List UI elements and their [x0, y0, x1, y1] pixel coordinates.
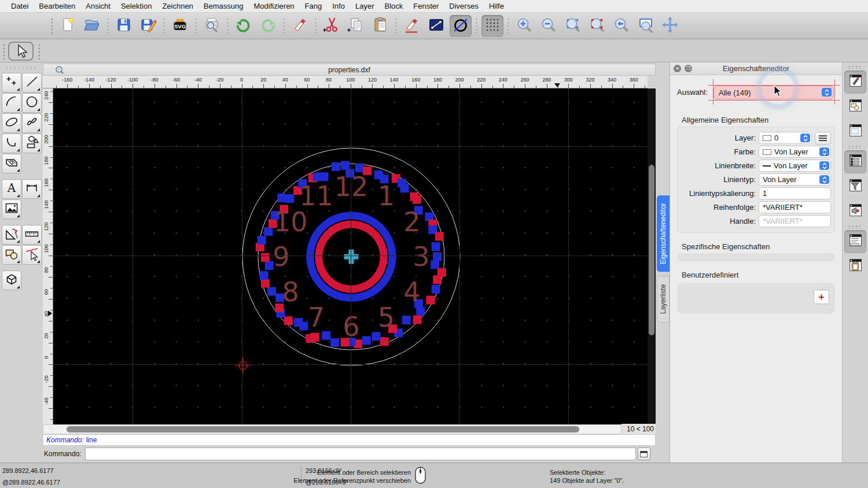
copy-button[interactable]: [345, 15, 367, 37]
menu-bemassung[interactable]: Bemassung: [198, 0, 249, 13]
tool-solid-button[interactable]: [2, 271, 21, 290]
paste-button[interactable]: [369, 15, 391, 37]
tool-shapes-button[interactable]: [22, 134, 42, 153]
grid-toggle-button[interactable]: [481, 15, 503, 37]
tool-block-button[interactable]: [2, 245, 21, 265]
stepper-icon[interactable]: [800, 134, 810, 142]
dock-drag-handle[interactable]: [848, 65, 863, 69]
tool-spline-button[interactable]: [22, 113, 42, 133]
menu-block[interactable]: Block: [379, 0, 408, 13]
new-file-button[interactable]: [57, 15, 79, 37]
tool-polyline-button[interactable]: [2, 134, 21, 153]
property-row: Reihenfolge:*VARIIERT*: [681, 201, 831, 214]
canvas-horizontal-scrollbar[interactable]: [43, 424, 621, 434]
menu-fang[interactable]: Fang: [300, 0, 328, 13]
menu-info[interactable]: Info: [327, 0, 350, 13]
add-property-button[interactable]: +: [814, 290, 829, 304]
command-input[interactable]: [85, 448, 636, 460]
open-file-button[interactable]: [81, 15, 103, 37]
tool-hatch-button[interactable]: [2, 154, 21, 173]
zoom-window-button[interactable]: [635, 15, 657, 37]
tool-line-button[interactable]: [22, 73, 42, 93]
menu-modifizieren[interactable]: Modifizieren: [249, 0, 300, 13]
tool-ellipse-button[interactable]: [2, 113, 21, 133]
ruler-tick: [89, 84, 90, 88]
property-value: 1: [763, 189, 767, 198]
toolbar-drag-handle[interactable]: [3, 43, 5, 60]
menu-layer[interactable]: Layer: [350, 0, 380, 13]
tool-measure-button[interactable]: [22, 225, 42, 245]
circle-line-tool-button[interactable]: [450, 15, 472, 37]
tool-select-line-button[interactable]: [22, 245, 42, 265]
redo-button[interactable]: [257, 15, 279, 37]
line-tool-button[interactable]: [425, 15, 447, 37]
selection-tool-button[interactable]: [8, 42, 34, 61]
stepper-icon[interactable]: [819, 175, 829, 184]
cut-button[interactable]: [321, 15, 343, 37]
save-button[interactable]: [113, 15, 135, 37]
ruler-tick: [209, 86, 209, 88]
dock-property-editor-button[interactable]: [844, 71, 866, 94]
print-preview-button[interactable]: [201, 15, 223, 37]
undo-button[interactable]: [233, 15, 255, 37]
dock-light-button[interactable]: [844, 200, 866, 223]
tab-layerliste[interactable]: Layerliste: [657, 276, 670, 323]
stepper-icon[interactable]: [819, 161, 829, 170]
canvas-vertical-scrollbar[interactable]: [648, 88, 656, 424]
toolbar-drag-handle[interactable]: [38, 43, 41, 60]
panel-header: ✕ ❐ Eigenschafteneditor: [670, 62, 842, 75]
tool-circle-button[interactable]: [22, 93, 42, 113]
dock-layer-list-button[interactable]: [844, 150, 866, 173]
zoom-previous-button[interactable]: [610, 15, 632, 37]
menu-selektion[interactable]: Selektion: [116, 0, 157, 13]
layer-menu-button[interactable]: [815, 132, 831, 145]
dock-selection-filter-button[interactable]: [844, 175, 866, 198]
menu-hilfe[interactable]: Hilfe: [484, 0, 509, 13]
tool-arc-button[interactable]: [2, 93, 21, 113]
zoom-in-button[interactable]: [513, 15, 535, 37]
command-history-toggle-button[interactable]: [638, 448, 650, 460]
property-input[interactable]: 1: [759, 187, 831, 199]
save-as-button[interactable]: [137, 15, 159, 37]
svg-text:9: 9: [273, 241, 289, 272]
dock-command-history-button[interactable]: [844, 230, 866, 253]
tool-image-button[interactable]: [2, 199, 21, 219]
menu-bearbeiten[interactable]: Bearbeiten: [34, 0, 80, 13]
tool-dimension-button[interactable]: [22, 179, 42, 199]
tool-draw-misc-button[interactable]: [2, 225, 21, 245]
scrollbar-thumb[interactable]: [67, 426, 579, 432]
tab-eigenschafteneditor[interactable]: Eigenschafteneditor: [657, 195, 670, 272]
drawing-canvas[interactable]: 123456789101112: [53, 88, 648, 424]
menu-diverses[interactable]: Diverses: [444, 0, 484, 13]
zoom-selection-button[interactable]: [586, 15, 608, 37]
tool-text-button[interactable]: A: [2, 179, 21, 199]
tool-points-button[interactable]: [2, 73, 21, 93]
stepper-icon[interactable]: [822, 88, 832, 97]
dock-clipboard-panel-button[interactable]: [844, 255, 866, 278]
menu-ansicht[interactable]: Ansicht: [80, 0, 116, 13]
zoom-auto-button[interactable]: [562, 15, 584, 37]
pan-button[interactable]: [659, 15, 681, 37]
property-combo[interactable]: Von Layer: [759, 160, 831, 172]
svg-export-button[interactable]: SVG: [169, 15, 191, 37]
stepper-icon[interactable]: [819, 147, 829, 156]
ruler-label: -80: [150, 77, 158, 83]
draw-pencil-button[interactable]: [401, 15, 423, 37]
menu-fenster[interactable]: Fenster: [408, 0, 444, 13]
menu-datei[interactable]: Datei: [6, 0, 34, 13]
scrollbar-thumb[interactable]: [649, 165, 654, 335]
property-input[interactable]: *VARIIERT*: [759, 201, 831, 213]
property-combo[interactable]: 0: [759, 132, 812, 144]
mouse-hint-line1: Element oder Bereich selektieren: [243, 468, 411, 476]
erase-button[interactable]: [289, 15, 311, 37]
toolbar-drag-handle[interactable]: [51, 17, 53, 35]
property-combo[interactable]: Von Layer: [759, 173, 831, 186]
zoom-out-button[interactable]: [538, 15, 560, 37]
property-combo[interactable]: Von Layer: [759, 146, 831, 158]
property-input[interactable]: *VARIIERT*: [759, 215, 831, 227]
dock-block-list-button[interactable]: [844, 95, 866, 119]
ruler-tick: [416, 84, 417, 88]
dock-viewport-button[interactable]: [844, 120, 866, 143]
palette-drag-handle[interactable]: [5, 66, 38, 71]
menu-zeichnen[interactable]: Zeichnen: [157, 0, 198, 13]
